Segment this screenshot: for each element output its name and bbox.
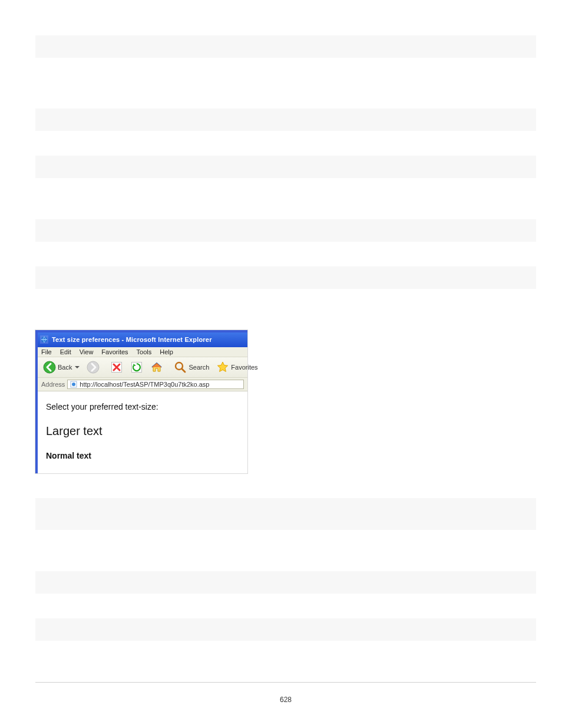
refresh-icon [130,361,143,374]
svg-point-2 [44,361,55,373]
option-larger-text[interactable]: Larger text [46,424,239,438]
spacer [35,58,536,108]
page-number: 628 [35,696,536,704]
search-icon [174,361,187,374]
footer-rule [35,682,536,683]
forward-button[interactable] [85,360,101,375]
window-title: Text size preferences - Microsoft Intern… [52,336,212,343]
spacer [35,289,536,330]
page-content: Select your preferred text-size: Larger … [38,391,247,473]
search-label: Search [189,364,209,371]
blank-bar [35,498,536,530]
spacer [35,131,536,156]
blank-bar [35,35,536,58]
back-label: Back [58,364,72,371]
spacer [35,530,536,571]
menu-help[interactable]: Help [160,348,173,355]
toolbar: Back [38,357,247,378]
search-button[interactable]: Search [172,360,211,375]
address-bar: Address http://localhost/TestASP/TMP3q0u… [38,378,247,391]
svg-point-3 [87,361,99,373]
spacer [35,641,536,682]
option-normal-text[interactable]: Normal text [46,451,239,460]
blank-bar [35,571,536,594]
back-arrow-icon [43,361,56,374]
blank-bar [35,108,536,131]
spacer [35,178,536,219]
menu-file[interactable]: File [41,348,52,355]
menu-view[interactable]: View [80,348,94,355]
browser-window: Text size preferences - Microsoft Intern… [35,330,247,473]
spacer [35,594,536,618]
blank-bar [35,266,536,289]
home-button[interactable] [148,360,165,375]
stop-button[interactable] [108,360,125,375]
forward-arrow-icon [87,361,100,374]
favorites-button[interactable]: Favorites [214,360,259,375]
blank-bar [35,219,536,242]
menu-bar: File Edit View Favorites Tools Help [38,347,247,357]
menu-tools[interactable]: Tools [137,348,152,355]
blank-bar [35,618,536,641]
address-input[interactable]: http://localhost/TestASP/TMP3q0u7tk2ko.a… [67,380,244,389]
stop-icon [110,361,123,374]
refresh-button[interactable] [128,360,145,375]
menu-favorites[interactable]: Favorites [101,348,128,355]
ie-logo-icon [40,335,48,344]
spacer [35,473,536,498]
document-page: Text size preferences - Microsoft Intern… [0,0,562,728]
back-dropdown-caret-icon [75,366,80,371]
svg-point-8 [72,383,75,386]
spacer [35,242,536,266]
star-icon [216,361,229,374]
blank-bar [35,156,536,178]
address-value: http://localhost/TestASP/TMP3q0u7tk2ko.a… [80,381,209,388]
page-icon [70,381,77,388]
home-icon [150,361,163,374]
address-label: Address [41,381,65,388]
menu-edit[interactable]: Edit [60,348,71,355]
favorites-label: Favorites [231,364,257,371]
title-bar: Text size preferences - Microsoft Intern… [38,332,247,347]
back-button[interactable]: Back [41,360,81,375]
content-prompt: Select your preferred text-size: [46,402,239,411]
